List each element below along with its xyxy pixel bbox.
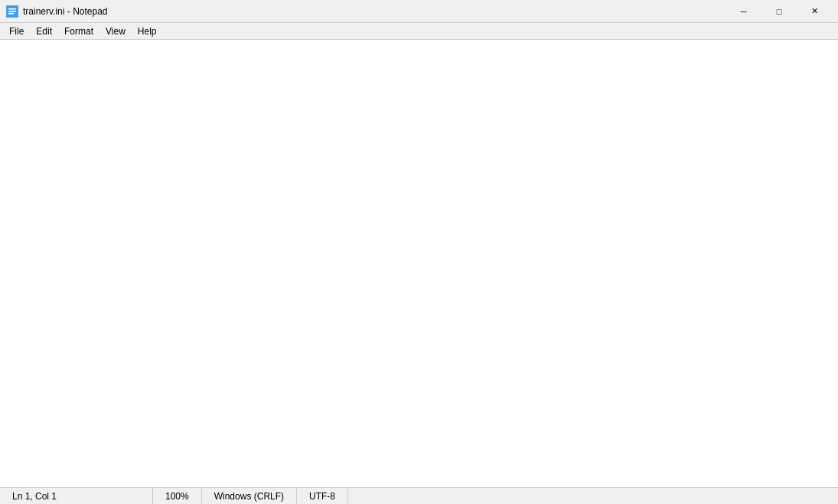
editor-textarea[interactable] [0,40,838,487]
line-ending: Windows (CRLF) [202,488,297,504]
menu-help[interactable]: Help [132,24,163,38]
menu-bar: File Edit Format View Help [0,23,838,40]
status-bar: Ln 1, Col 1 100% Windows (CRLF) UTF-8 [0,487,838,504]
menu-view[interactable]: View [99,24,132,38]
maximize-button[interactable]: □ [761,0,797,23]
menu-format[interactable]: Format [58,24,99,38]
app-icon [6,5,18,18]
menu-edit[interactable]: Edit [30,24,58,38]
cursor-position: Ln 1, Col 1 [0,488,153,504]
menu-file[interactable]: File [3,24,30,38]
svg-rect-1 [8,8,16,10]
editor-container [0,40,838,487]
svg-rect-3 [8,13,14,15]
zoom-level: 100% [153,488,202,504]
window-controls: ─ □ ✕ [726,0,832,23]
close-button[interactable]: ✕ [797,0,832,23]
minimize-button[interactable]: ─ [726,0,761,23]
encoding: UTF-8 [297,488,348,504]
title-bar: trainerv.ini - Notepad ─ □ ✕ [0,0,838,23]
svg-rect-2 [8,11,16,12]
window-title: trainerv.ini - Notepad [23,6,726,17]
